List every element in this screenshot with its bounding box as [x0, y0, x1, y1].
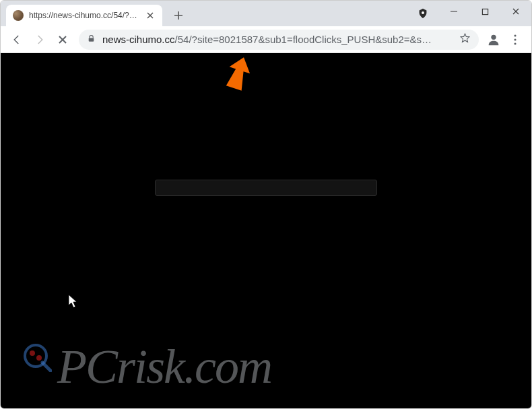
watermark-logo-icon	[20, 340, 52, 372]
extension-icon[interactable]	[407, 1, 438, 26]
tab-title: https://news-cihumo.cc/54/?site	[29, 11, 139, 20]
page-content: PCrisk.com	[1, 53, 531, 408]
back-button[interactable]	[6, 29, 28, 50]
svg-point-6	[514, 42, 516, 44]
close-tab-button[interactable]	[145, 10, 156, 21]
forward-button[interactable]	[29, 29, 51, 50]
svg-rect-2	[89, 38, 94, 41]
cursor-icon	[68, 294, 79, 312]
close-window-button[interactable]	[500, 1, 531, 22]
toolbar: news-cihumo.cc/54/?site=8021587&sub1=flo…	[1, 26, 531, 53]
svg-point-5	[514, 38, 516, 40]
svg-rect-1	[482, 9, 488, 14]
browser-tab[interactable]: https://news-cihumo.cc/54/?site	[6, 5, 162, 26]
stop-button[interactable]	[52, 29, 73, 50]
url-text: news-cihumo.cc/54/?site=8021587&sub1=flo…	[102, 34, 453, 45]
svg-point-0	[422, 11, 424, 14]
favicon	[13, 10, 24, 21]
lock-icon	[87, 34, 96, 45]
maximize-button[interactable]	[469, 1, 500, 22]
address-bar[interactable]: news-cihumo.cc/54/?site=8021587&sub1=flo…	[79, 30, 479, 50]
watermark-text: PCrisk.com	[57, 339, 271, 395]
svg-line-8	[42, 363, 51, 371]
new-tab-button[interactable]	[169, 6, 188, 25]
browser-window: https://news-cihumo.cc/54/?site	[0, 0, 532, 409]
minimize-button[interactable]	[438, 1, 469, 22]
svg-point-3	[491, 34, 496, 39]
window-controls	[407, 1, 531, 26]
svg-point-4	[514, 34, 516, 36]
url-path: /54/?site=8021587&sub1=floodClicks_PUSH&…	[175, 34, 432, 45]
svg-point-10	[36, 355, 42, 361]
profile-button[interactable]	[484, 30, 503, 49]
menu-button[interactable]	[504, 29, 526, 50]
svg-point-9	[30, 350, 35, 356]
loading-bar	[155, 180, 377, 196]
titlebar: https://news-cihumo.cc/54/?site	[1, 1, 531, 26]
url-host: news-cihumo.cc	[102, 34, 175, 45]
bookmark-icon[interactable]	[459, 32, 471, 46]
